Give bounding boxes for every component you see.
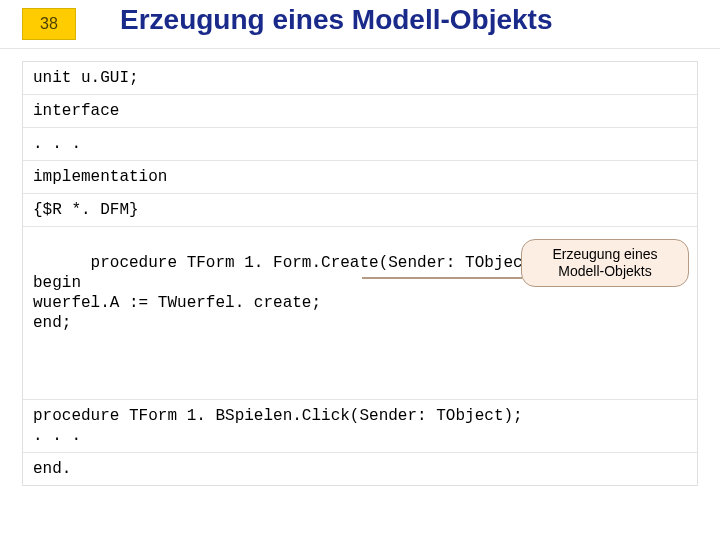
- code-row-end: end.: [23, 453, 697, 485]
- code-row-ellipsis1: . . .: [23, 128, 697, 161]
- code-row-formcreate: procedure TForm 1. Form.Create(Sender: T…: [23, 227, 697, 400]
- code-box: unit u.GUI; interface . . . implementati…: [22, 61, 698, 486]
- callout-connector: [362, 277, 522, 279]
- callout-text: Erzeugung eines Modell-Objekts: [552, 246, 657, 279]
- code-row-unit: unit u.GUI;: [23, 62, 697, 95]
- code-row-resource: {$R *. DFM}: [23, 194, 697, 227]
- code-row-implementation: implementation: [23, 161, 697, 194]
- code-row-bspielen: procedure TForm 1. BSpielen.Click(Sender…: [23, 400, 697, 453]
- page-number-box: 38: [22, 8, 76, 40]
- page-number: 38: [40, 15, 58, 33]
- slide-header: 38 Erzeugung eines Modell-Objekts: [0, 0, 720, 49]
- slide: 38 Erzeugung eines Modell-Objekts unit u…: [0, 0, 720, 540]
- code-row-interface: interface: [23, 95, 697, 128]
- callout-box: Erzeugung eines Modell-Objekts: [521, 239, 689, 287]
- code-text-formcreate: procedure TForm 1. Form.Create(Sender: T…: [33, 254, 551, 332]
- slide-title: Erzeugung eines Modell-Objekts: [120, 4, 553, 36]
